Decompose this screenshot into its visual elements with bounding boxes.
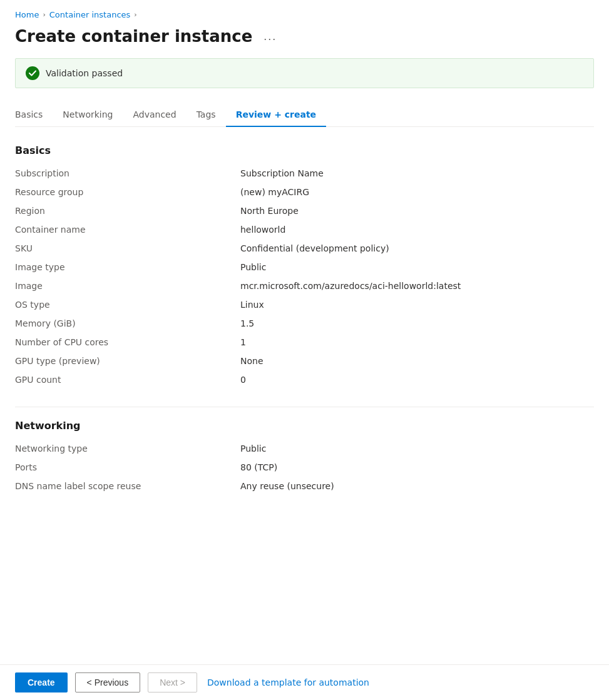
- label-gpu-count: GPU count: [15, 373, 240, 387]
- value-container-name: helloworld: [240, 223, 594, 236]
- networking-field-grid: Networking type Public Ports 80 (TCP) DN…: [15, 442, 594, 493]
- value-resource-group: (new) myACIRG: [240, 185, 594, 199]
- label-dns-scope: DNS name label scope reuse: [15, 479, 240, 493]
- validation-banner: Validation passed: [15, 58, 594, 88]
- label-os-type: OS type: [15, 298, 240, 312]
- label-resource-group: Resource group: [15, 185, 240, 199]
- networking-section: Networking Networking type Public Ports …: [15, 420, 594, 493]
- label-gpu-type: GPU type (preview): [15, 354, 240, 368]
- value-region: North Europe: [240, 204, 594, 218]
- value-dns-scope: Any reuse (unsecure): [240, 479, 594, 493]
- label-container-name: Container name: [15, 223, 240, 236]
- value-cpu-cores: 1: [240, 335, 594, 349]
- ellipsis-button[interactable]: ...: [260, 29, 280, 44]
- tab-advanced[interactable]: Advanced: [123, 103, 186, 127]
- label-networking-type: Networking type: [15, 442, 240, 455]
- validation-text: Validation passed: [46, 68, 123, 78]
- breadcrumb: Home › Container instances ›: [15, 10, 594, 19]
- page-title: Create container instance: [15, 27, 252, 46]
- label-memory: Memory (GiB): [15, 317, 240, 330]
- label-ports: Ports: [15, 460, 240, 474]
- previous-button[interactable]: < Previous: [75, 672, 141, 692]
- breadcrumb-sep-1: ›: [43, 11, 45, 19]
- value-gpu-count: 0: [240, 373, 594, 387]
- basics-field-grid: Subscription Subscription Name Resource …: [15, 166, 594, 387]
- bottom-bar: Create < Previous Next > Download a temp…: [0, 664, 609, 700]
- create-button[interactable]: Create: [15, 672, 68, 692]
- basics-section: Basics Subscription Subscription Name Re…: [15, 145, 594, 387]
- value-memory: 1.5: [240, 317, 594, 330]
- basics-section-title: Basics: [15, 145, 594, 156]
- next-button: Next >: [148, 672, 197, 692]
- value-ports: 80 (TCP): [240, 460, 594, 474]
- validation-icon: [26, 66, 39, 80]
- value-networking-type: Public: [240, 442, 594, 455]
- label-image-type: Image type: [15, 260, 240, 274]
- tab-networking[interactable]: Networking: [53, 103, 123, 127]
- value-sku: Confidential (development policy): [240, 241, 594, 255]
- value-image-type: Public: [240, 260, 594, 274]
- value-os-type: Linux: [240, 298, 594, 312]
- label-sku: SKU: [15, 241, 240, 255]
- section-divider: [15, 407, 594, 407]
- breadcrumb-container-instances[interactable]: Container instances: [49, 10, 131, 19]
- tab-review-create[interactable]: Review + create: [226, 103, 326, 127]
- label-image: Image: [15, 279, 240, 293]
- value-gpu-type: None: [240, 354, 594, 368]
- breadcrumb-sep-2: ›: [134, 11, 136, 19]
- tab-basics[interactable]: Basics: [15, 103, 53, 127]
- networking-section-title: Networking: [15, 420, 594, 432]
- download-template-link[interactable]: Download a template for automation: [207, 677, 369, 687]
- tab-tags[interactable]: Tags: [187, 103, 226, 127]
- label-region: Region: [15, 204, 240, 218]
- breadcrumb-home[interactable]: Home: [15, 10, 39, 19]
- tabs: Basics Networking Advanced Tags Review +…: [15, 103, 594, 127]
- value-image: mcr.microsoft.com/azuredocs/aci-hellowor…: [240, 279, 594, 293]
- label-cpu-cores: Number of CPU cores: [15, 335, 240, 349]
- value-subscription: Subscription Name: [240, 166, 594, 180]
- review-content: Basics Subscription Subscription Name Re…: [15, 145, 594, 576]
- label-subscription: Subscription: [15, 166, 240, 180]
